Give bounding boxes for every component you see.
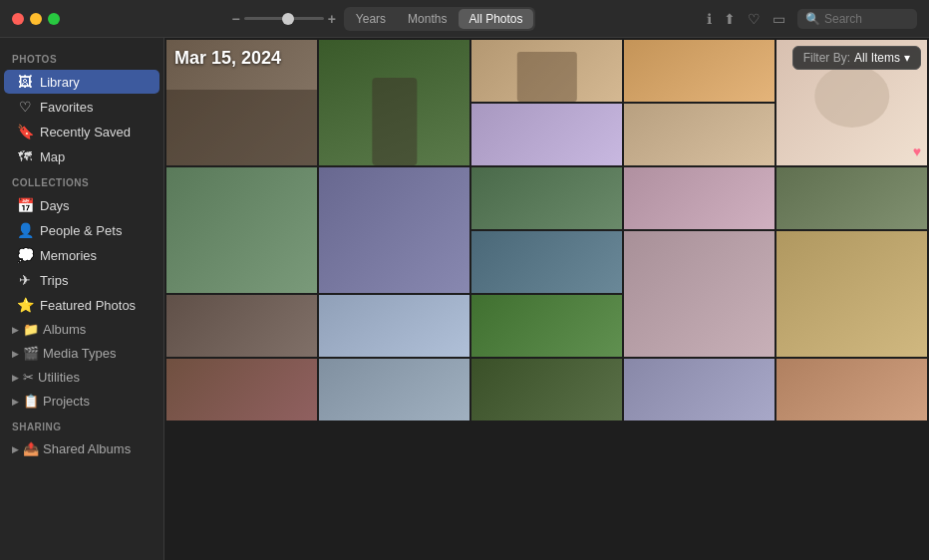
- photo-item[interactable]: [471, 40, 622, 102]
- photo-item[interactable]: [624, 40, 774, 102]
- photo-item[interactable]: [471, 359, 622, 420]
- utilities-expand-arrow: ▶: [12, 373, 19, 383]
- sidebar-item-featured-photos[interactable]: ⭐ Featured Photos: [4, 293, 159, 317]
- photo-item[interactable]: [319, 295, 469, 357]
- search-bar[interactable]: 🔍: [797, 9, 917, 29]
- zoom-slider[interactable]: − +: [231, 11, 335, 27]
- photo-grid: Mar 15, 2024 ♥: [164, 38, 929, 550]
- featured-photos-icon: ⭐: [16, 297, 34, 313]
- sidebar-item-label: Library: [40, 75, 80, 90]
- tab-allphotos[interactable]: All Photos: [459, 9, 532, 29]
- photo-item[interactable]: [471, 231, 622, 293]
- photo-item[interactable]: [471, 295, 622, 357]
- filter-value: All Items: [854, 51, 900, 65]
- sidebar-item-label: Memories: [40, 248, 97, 263]
- zoom-plus-icon[interactable]: +: [328, 11, 336, 27]
- photo-item[interactable]: [471, 104, 622, 165]
- traffic-lights: [12, 13, 60, 25]
- sidebar-item-label: Projects: [43, 394, 90, 409]
- photo-item[interactable]: Mar 15, 2024: [166, 40, 317, 165]
- albums-icon: 📁: [23, 322, 39, 337]
- view-tabs: Years Months All Photos: [344, 7, 535, 31]
- photo-item[interactable]: [624, 359, 774, 420]
- sidebar-item-people-pets[interactable]: 👤 People & Pets: [4, 218, 159, 242]
- sidebar-item-label: Map: [40, 149, 65, 164]
- close-button[interactable]: [12, 13, 24, 25]
- sidebar-item-shared-albums[interactable]: ▶ 📤 Shared Albums: [4, 437, 159, 460]
- photo-item[interactable]: [776, 167, 927, 229]
- sidebar-section-sharing: Sharing: [0, 414, 163, 436]
- zoom-minus-icon[interactable]: −: [231, 11, 239, 27]
- photo-item[interactable]: [776, 231, 927, 357]
- sidebar-item-label: Trips: [40, 273, 68, 288]
- sidebar-item-label: Favorites: [40, 100, 93, 115]
- utilities-icon: ✂: [23, 370, 34, 385]
- sidebar-item-label: Shared Albums: [43, 441, 131, 456]
- heart-icon[interactable]: ♡: [748, 11, 761, 27]
- title-bar: − + Years Months All Photos ℹ ⬆ ♡ ▭ 🔍: [0, 0, 929, 38]
- photo-item[interactable]: [319, 167, 469, 293]
- search-input[interactable]: [824, 12, 914, 26]
- sidebar-item-label: Featured Photos: [40, 298, 136, 313]
- trips-icon: ✈: [16, 272, 34, 288]
- filter-badge[interactable]: Filter By: All Items ▾: [792, 46, 921, 70]
- media-types-expand-arrow: ▶: [12, 349, 19, 359]
- photo-item[interactable]: [166, 167, 317, 293]
- info-icon[interactable]: ℹ: [707, 11, 712, 27]
- main-layout: Photos 🖼 Library ♡ Favorites 🔖 Recently …: [0, 38, 929, 560]
- sidebar-item-label: Utilities: [38, 370, 80, 385]
- photo-item[interactable]: [624, 167, 774, 229]
- sidebar-section-collections: Collections: [0, 169, 163, 192]
- projects-expand-arrow: ▶: [12, 397, 19, 407]
- share-icon[interactable]: ⬆: [724, 11, 736, 27]
- sidebar-item-label: People & Pets: [40, 223, 122, 238]
- heart-badge: ♥: [913, 143, 921, 159]
- photo-item[interactable]: [624, 231, 774, 357]
- photo-item[interactable]: [166, 295, 317, 357]
- days-icon: 📅: [16, 197, 34, 213]
- photo-item[interactable]: [471, 167, 622, 229]
- sidebar-item-albums[interactable]: ▶ 📁 Albums: [4, 318, 159, 341]
- sidebar-item-media-types[interactable]: ▶ 🎬 Media Types: [4, 342, 159, 365]
- favorites-icon: ♡: [16, 99, 34, 115]
- content-area: Filter By: All Items ▾ Mar 15, 2024: [164, 38, 929, 560]
- map-icon: 🗺: [16, 148, 34, 164]
- photo-item[interactable]: [624, 104, 774, 165]
- photo-item[interactable]: [776, 359, 927, 420]
- photo-item[interactable]: [319, 40, 469, 165]
- sidebar-item-memories[interactable]: 💭 Memories: [4, 243, 159, 267]
- library-icon: 🖼: [16, 74, 34, 90]
- sidebar-item-library[interactable]: 🖼 Library: [4, 70, 159, 94]
- sidebar-toggle-icon[interactable]: ▭: [773, 11, 785, 27]
- search-icon: 🔍: [805, 12, 820, 26]
- photo-item[interactable]: [166, 359, 317, 420]
- filter-label: Filter By:: [803, 51, 850, 65]
- sidebar-item-label: Recently Saved: [40, 125, 131, 140]
- sidebar-item-label: Days: [40, 198, 70, 213]
- sidebar-item-utilities[interactable]: ▶ ✂ Utilities: [4, 366, 159, 389]
- tab-years[interactable]: Years: [346, 9, 396, 29]
- sidebar-item-days[interactable]: 📅 Days: [4, 193, 159, 217]
- filter-chevron-icon: ▾: [904, 51, 910, 65]
- title-bar-center: − + Years Months All Photos: [68, 7, 699, 31]
- media-types-icon: 🎬: [23, 346, 39, 361]
- sidebar-item-projects[interactable]: ▶ 📋 Projects: [4, 390, 159, 413]
- memories-icon: 💭: [16, 247, 34, 263]
- sidebar-item-recently-saved[interactable]: 🔖 Recently Saved: [4, 120, 159, 143]
- minimize-button[interactable]: [30, 13, 42, 25]
- sidebar-item-map[interactable]: 🗺 Map: [4, 144, 159, 168]
- albums-expand-arrow: ▶: [12, 325, 19, 335]
- sidebar-section-photos: Photos: [0, 46, 163, 69]
- photo-item[interactable]: [319, 359, 469, 420]
- sidebar-item-label: Albums: [43, 322, 86, 337]
- sidebar: Photos 🖼 Library ♡ Favorites 🔖 Recently …: [0, 38, 164, 560]
- maximize-button[interactable]: [48, 13, 60, 25]
- slider-track[interactable]: [244, 17, 324, 20]
- slider-thumb: [282, 13, 294, 25]
- recently-saved-icon: 🔖: [16, 124, 34, 140]
- sidebar-item-trips[interactable]: ✈ Trips: [4, 268, 159, 292]
- sidebar-item-label: Media Types: [43, 346, 116, 361]
- sidebar-item-favorites[interactable]: ♡ Favorites: [4, 95, 159, 119]
- toolbar-icons: ℹ ⬆ ♡ ▭ 🔍: [707, 9, 917, 29]
- tab-months[interactable]: Months: [398, 9, 457, 29]
